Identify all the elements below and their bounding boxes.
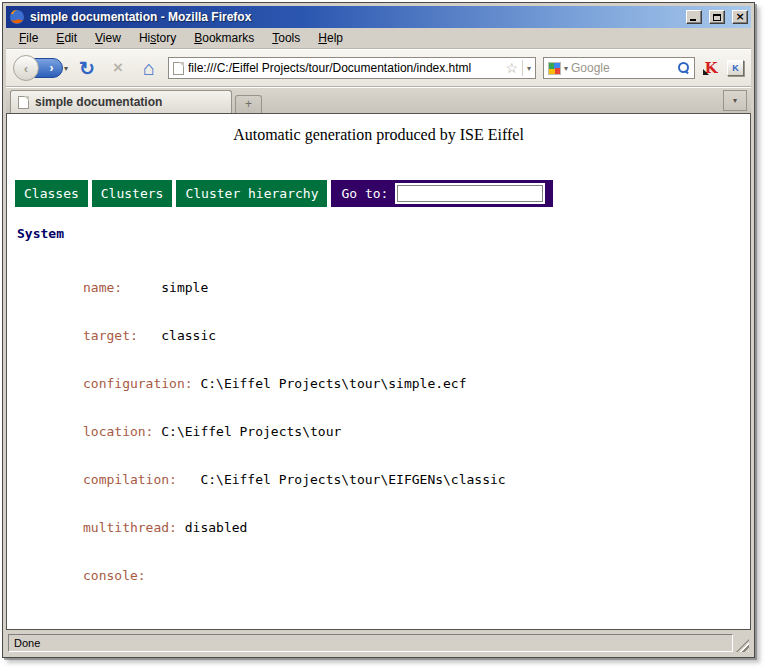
- forward-icon: ›: [50, 61, 54, 75]
- classes-button-top[interactable]: Classes: [15, 180, 88, 207]
- close-icon: ×: [735, 12, 744, 22]
- system-row-compilation: compilation: C:\Eiffel Projects\tour\EIF…: [83, 472, 750, 488]
- system-row-multithread: multithread: disabled: [83, 520, 750, 536]
- tab-simple-documentation[interactable]: simple documentation: [10, 90, 232, 113]
- bookmark-star-icon[interactable]: ☆: [505, 61, 518, 75]
- minimize-icon: [690, 19, 696, 21]
- reload-button[interactable]: ↻: [75, 55, 99, 81]
- system-row-target: target: classic: [83, 328, 750, 344]
- browser-window: simple documentation - Mozilla Firefox ×…: [2, 2, 755, 658]
- search-box: ▾: [543, 57, 695, 79]
- goto-input-top[interactable]: [397, 185, 543, 202]
- google-engine-icon[interactable]: [548, 62, 561, 75]
- keyboard-addon-button[interactable]: K: [727, 60, 744, 76]
- system-row-configuration: configuration: C:\Eiffel Projects\tour\s…: [83, 376, 750, 392]
- property-label: target:: [83, 328, 161, 343]
- back-forward-group: ‹ › ▾: [13, 55, 68, 81]
- back-button[interactable]: ‹: [13, 55, 39, 81]
- minimize-button[interactable]: [686, 10, 702, 24]
- tab-bar: simple documentation + ▾: [6, 87, 751, 113]
- url-bar: ☆ ▾: [168, 57, 536, 79]
- search-input[interactable]: [571, 61, 675, 75]
- menu-bookmarks[interactable]: Bookmarks: [185, 29, 263, 47]
- maximize-button[interactable]: [709, 10, 725, 24]
- home-icon: ⌂: [143, 57, 155, 80]
- history-dropdown-button[interactable]: ▾: [64, 64, 68, 73]
- url-dropdown-button[interactable]: ▾: [522, 60, 531, 76]
- stop-icon: ×: [113, 58, 123, 78]
- property-label: configuration:: [83, 376, 200, 391]
- goto-block-top: Go to:: [331, 180, 553, 207]
- system-heading: System: [17, 226, 750, 241]
- new-tab-button[interactable]: +: [235, 95, 262, 113]
- window-title: simple documentation - Mozilla Firefox: [30, 10, 679, 24]
- menu-help[interactable]: Help: [309, 29, 352, 47]
- tab-label: simple documentation: [35, 95, 162, 109]
- stop-button[interactable]: ×: [106, 55, 130, 81]
- kaspersky-icon: K: [704, 59, 717, 77]
- close-button[interactable]: ×: [732, 10, 748, 24]
- reload-icon: ↻: [79, 57, 95, 80]
- property-value: simple: [161, 280, 208, 295]
- top-nav-buttons: Classes Clusters Cluster hierarchy Go to…: [15, 180, 750, 207]
- property-label: name:: [83, 280, 161, 295]
- back-icon: ‹: [24, 61, 28, 76]
- resize-grip[interactable]: [736, 639, 749, 652]
- k-key-icon: K: [732, 63, 739, 73]
- goto-label: Go to:: [341, 186, 388, 201]
- doc-header: Automatic generation produced by ISE Eif…: [7, 126, 750, 144]
- url-input[interactable]: [188, 61, 501, 75]
- property-value: C:\Eiffel Projects\tour\EIFGENs\classic: [200, 472, 505, 487]
- system-row-location: location: C:\Eiffel Projects\tour: [83, 424, 750, 440]
- kaspersky-addon-button[interactable]: K: [702, 59, 720, 77]
- status-text: Done: [8, 634, 733, 652]
- property-value: classic: [161, 328, 216, 343]
- page-content: Automatic generation produced by ISE Eif…: [6, 113, 751, 630]
- system-row-name: name: simple: [83, 280, 750, 296]
- menu-edit[interactable]: Edit: [47, 29, 86, 47]
- chevron-down-icon: ▾: [64, 64, 68, 73]
- chevron-down-icon: ▾: [527, 64, 531, 73]
- search-icon[interactable]: [678, 62, 690, 74]
- chevron-down-icon: ▾: [564, 64, 568, 73]
- property-label: console:: [83, 568, 146, 583]
- maximize-icon: [713, 14, 721, 21]
- property-label: multithread:: [83, 520, 185, 535]
- property-value: C:\Eiffel Projects\tour: [161, 424, 341, 439]
- cluster-hierarchy-button-top[interactable]: Cluster hierarchy: [176, 180, 327, 207]
- search-engine-dropdown[interactable]: ▾: [564, 64, 568, 73]
- menu-bar: File Edit View History Bookmarks Tools H…: [6, 28, 751, 49]
- page-icon: [173, 62, 184, 75]
- navigation-toolbar: ‹ › ▾ ↻ × ⌂ ☆ ▾ ▾ K K: [6, 49, 751, 87]
- property-value: C:\Eiffel Projects\tour\simple.ecf: [200, 376, 466, 391]
- property-label: compilation:: [83, 472, 200, 487]
- menu-view[interactable]: View: [86, 29, 130, 47]
- menu-file[interactable]: File: [10, 29, 47, 47]
- plus-icon: +: [245, 97, 252, 111]
- title-bar[interactable]: simple documentation - Mozilla Firefox ×: [6, 6, 751, 28]
- menu-history[interactable]: History: [130, 29, 185, 47]
- system-row-console: console:: [83, 568, 750, 584]
- home-button[interactable]: ⌂: [137, 55, 161, 81]
- firefox-icon: [9, 9, 25, 25]
- list-all-tabs-button[interactable]: ▾: [723, 90, 747, 111]
- menu-tools[interactable]: Tools: [263, 29, 309, 47]
- page-icon: [18, 96, 29, 109]
- status-bar: Done: [6, 630, 751, 654]
- property-value: disabled: [185, 520, 248, 535]
- property-label: location:: [83, 424, 161, 439]
- system-properties: name: simple target: classic configurati…: [83, 248, 750, 616]
- clusters-button-top[interactable]: Clusters: [92, 180, 173, 207]
- chevron-down-icon: ▾: [733, 96, 737, 105]
